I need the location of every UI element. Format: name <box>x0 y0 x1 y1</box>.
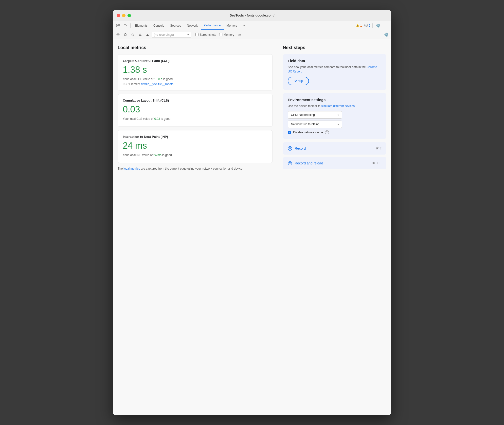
more-options-icon[interactable]: ⋮ <box>382 22 389 29</box>
record-reload-left: Record and reload <box>288 161 323 165</box>
lcp-desc: Your local LCP value of 1.38 s is good. <box>123 77 268 81</box>
record-row[interactable]: Record ⌘ E <box>283 142 386 155</box>
network-throttling-dropdown[interactable]: Network: No throttling ▾ <box>288 121 342 128</box>
cls-desc-suffix: is good. <box>160 117 171 121</box>
inp-value: 24 ms <box>123 141 268 151</box>
recordings-dropdown[interactable]: (no recordings) ▾ <box>152 32 191 38</box>
minimize-button[interactable] <box>122 14 126 17</box>
right-panel: Next steps Field data See how your local… <box>278 39 391 415</box>
record-left: Record <box>288 146 306 151</box>
lcp-desc-suffix: is good. <box>162 77 173 81</box>
action-bar-right: ⚙️ <box>383 32 389 38</box>
upload-button[interactable] <box>137 32 143 38</box>
cpu-throttling-dropdown[interactable]: CPU: No throttling ▾ <box>288 111 342 119</box>
record-button[interactable] <box>115 32 121 38</box>
lcp-desc-prefix: Your local LCP value of <box>123 77 154 81</box>
field-data-desc: See how your local metrics compare to re… <box>288 65 381 74</box>
inp-name: Interaction to Next Paint (INP) <box>123 135 268 139</box>
svg-rect-0 <box>117 24 118 25</box>
inp-desc-prefix: Your local INP value of <box>123 153 153 157</box>
cls-desc: Your local CLS value of 0.03 is good. <box>123 117 268 121</box>
nav-toolbar: Elements Console Sources Network Perform… <box>113 21 391 30</box>
download-button[interactable] <box>144 32 151 38</box>
footer-suffix: are captured from the current page using… <box>140 167 243 170</box>
lcp-value: 1.38 s <box>123 65 268 75</box>
env-settings-card: Environment settings Use the device tool… <box>283 93 386 139</box>
cls-desc-prefix: Your local CLS value of <box>123 117 154 121</box>
env-desc-suffix: . <box>355 104 355 108</box>
devtools-window: DevTools - fonts.google.com/ Elements Co… <box>113 10 391 415</box>
memory-checkbox[interactable] <box>219 33 222 36</box>
disable-cache-label: Disable network cache <box>293 131 323 134</box>
cpu-chevron-icon: ▾ <box>338 114 339 116</box>
inp-card: Interaction to Next Paint (INP) 24 ms Yo… <box>118 130 273 163</box>
record-reload-row[interactable]: Record and reload ⌘ ⇧ E <box>283 157 386 169</box>
lcp-element: LCP Element div.tile__text.tile__roboto <box>123 82 268 86</box>
tab-console[interactable]: Console <box>150 22 167 29</box>
tab-network[interactable]: Network <box>184 22 201 29</box>
inspector-icon[interactable] <box>115 22 122 29</box>
tab-sources[interactable]: Sources <box>167 22 184 29</box>
record-inner-icon <box>289 147 291 149</box>
tab-more[interactable]: » <box>240 22 248 29</box>
help-icon[interactable]: ? <box>325 130 329 134</box>
inp-desc-suffix: is good. <box>162 153 173 157</box>
maximize-button[interactable] <box>127 14 131 17</box>
env-settings-desc: Use the device toolbar to simulate diffe… <box>288 104 381 108</box>
screenshots-label: Screenshots <box>200 33 216 36</box>
lcp-desc-value: 1.38 s <box>154 77 162 81</box>
inp-desc: Your local INP value of 24 ms is good. <box>123 153 268 157</box>
footer-prefix: The <box>118 167 124 170</box>
reload-circle-icon <box>288 161 292 165</box>
warning-icon: ⚠️ <box>356 24 360 27</box>
warnings-badge[interactable]: ⚠️ 1 <box>356 24 362 27</box>
cpu-label: CPU: No throttling <box>291 113 315 117</box>
footer-note: The local metrics are captured from the … <box>118 166 273 171</box>
cls-desc-value: 0.03 <box>154 117 160 121</box>
left-panel: Local metrics Largest Contentful Paint (… <box>113 39 278 415</box>
record-label: Record <box>295 146 306 150</box>
memory-checkbox-label[interactable]: Memory <box>219 33 234 36</box>
env-settings-title: Environment settings <box>288 98 381 102</box>
screenshots-checkbox-label[interactable]: Screenshots <box>195 33 216 36</box>
memory-gear-icon[interactable] <box>236 32 243 38</box>
svg-point-8 <box>117 34 119 35</box>
lcp-element-link[interactable]: div.tile__text.tile__roboto <box>141 82 174 86</box>
setup-button[interactable]: Set up <box>288 77 309 85</box>
close-button[interactable] <box>117 14 120 17</box>
cls-card: Cumulative Layout Shift (CLS) 0.03 Your … <box>118 94 273 127</box>
local-metrics-link[interactable]: local metrics <box>124 167 140 170</box>
svg-rect-3 <box>124 24 126 27</box>
disable-cache-checkbox[interactable]: ✓ <box>288 131 291 134</box>
record-shortcut: ⌘ E <box>376 147 381 150</box>
device-icon[interactable] <box>122 22 129 29</box>
screenshots-checkbox[interactable] <box>195 33 198 36</box>
simulate-devices-link[interactable]: simulate different devices <box>321 104 355 108</box>
svg-rect-2 <box>117 26 118 27</box>
field-data-desc-prefix: See how your local metrics compare to re… <box>288 65 367 69</box>
tab-performance[interactable]: Performance <box>201 22 224 30</box>
action-bar: ⊘ (no recordings) ▾ Screenshots Memory <box>113 30 391 39</box>
messages-badge[interactable]: 💬 2 <box>364 24 370 27</box>
cls-name: Cumulative Layout Shift (CLS) <box>123 99 268 102</box>
disable-cache-row: ✓ Disable network cache ? <box>288 130 381 134</box>
cls-value: 0.03 <box>123 104 268 115</box>
settings-icon[interactable]: ⚙️ <box>375 22 381 29</box>
record-circle-icon <box>288 146 292 151</box>
reload-button[interactable] <box>122 32 128 38</box>
clear-button[interactable]: ⊘ <box>129 32 136 38</box>
lcp-name: Largest Contentful Paint (LCP) <box>123 59 268 63</box>
message-icon: 💬 <box>364 24 368 27</box>
tab-memory[interactable]: Memory <box>224 22 240 29</box>
inp-desc-value: 24 ms <box>153 153 162 157</box>
main-content: Local metrics Largest Contentful Paint (… <box>113 39 391 415</box>
tab-elements[interactable]: Elements <box>132 22 150 29</box>
separator <box>130 23 131 28</box>
svg-rect-1 <box>118 24 120 25</box>
settings-action-icon[interactable]: ⚙️ <box>383 32 389 38</box>
title-bar: DevTools - fonts.google.com/ <box>113 10 391 21</box>
lcp-element-prefix: LCP Element <box>123 82 140 86</box>
recordings-text: (no recordings) <box>154 33 174 36</box>
field-data-card: Field data See how your local metrics co… <box>283 54 386 90</box>
memory-label: Memory <box>224 33 234 36</box>
